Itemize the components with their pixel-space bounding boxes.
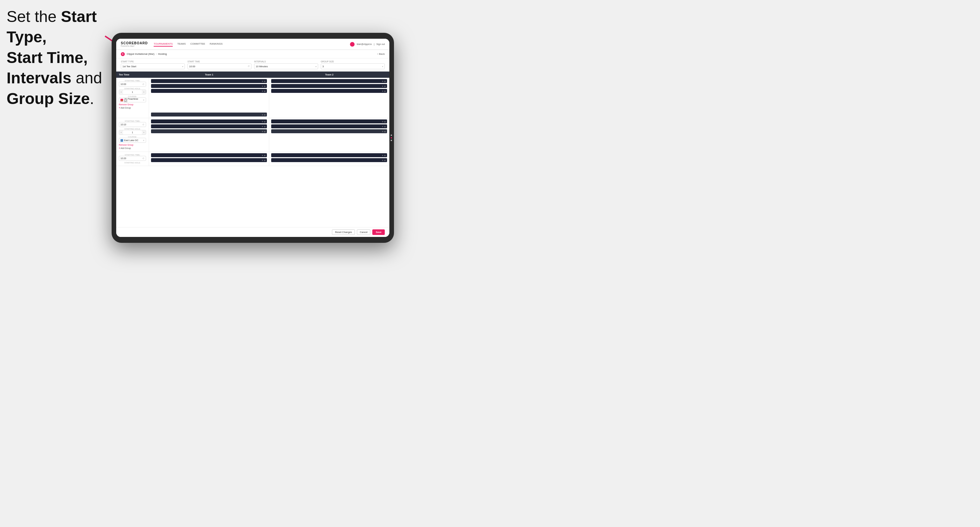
start-time-select[interactable]: 10:00 ⏱ bbox=[188, 63, 251, 69]
team1-cell-1: ✕ ⊕ ✕ ⊕ ✕ ⊕ bbox=[149, 78, 269, 111]
group-size-label: Group Size bbox=[321, 60, 385, 63]
nav-rankings[interactable]: RANKINGS bbox=[210, 42, 223, 47]
reset-changes-button[interactable]: Reset Changes bbox=[332, 229, 355, 235]
group-row-2: STARTING TIME: 10:10 ⏱ STARTING HOLE: ‹ … bbox=[116, 118, 389, 152]
tee-time-extra-1 bbox=[116, 111, 149, 118]
player-remove-1-3[interactable]: ✕ ⊕ bbox=[262, 90, 266, 92]
table-header: Tee Time Team 1 Team 2 bbox=[116, 71, 389, 78]
starting-hole-stepper-1[interactable]: ‹ 1 › bbox=[119, 90, 146, 95]
chevron-down-icon-2: ▾ bbox=[315, 65, 317, 68]
brand-icon: C bbox=[121, 52, 125, 56]
sign-out-link[interactable]: Sign out bbox=[376, 43, 385, 45]
save-button[interactable]: Save bbox=[372, 229, 385, 235]
player-row-5-2: ✕ ⊕ bbox=[151, 158, 267, 162]
start-type-value: 1st Tee Start bbox=[123, 65, 136, 68]
side-dot-1 bbox=[391, 135, 392, 136]
cancel-button[interactable]: Cancel bbox=[357, 229, 370, 235]
schedule-table: Tee Time Team 1 Team 2 STARTING TIME: 10… bbox=[116, 71, 389, 227]
clock-icon-1: ⏱ bbox=[143, 83, 145, 85]
player-remove-3-1[interactable]: ✕ ⊕ bbox=[262, 121, 266, 123]
stepper-up-1[interactable]: › bbox=[142, 90, 146, 94]
starting-time-input-1[interactable]: 10:00 ⏱ bbox=[119, 82, 146, 87]
chevron-down-icon-3: ▾ bbox=[382, 65, 383, 68]
group-row-3: STARTING TIME: 10:20 ⏱ STARTING HOLE: ✕ … bbox=[116, 152, 389, 166]
breadcrumb-tournament[interactable]: Clippd Invitational (Mar) bbox=[127, 52, 154, 56]
player-remove-1-2[interactable]: ✕ ⊕ bbox=[262, 85, 266, 87]
group-extra-row-1: ✕ ⊕ bbox=[116, 111, 389, 118]
team1-cell-3: ✕ ⊕ ✕ ⊕ bbox=[149, 152, 269, 166]
add-group-1[interactable]: + Add Group bbox=[119, 106, 146, 109]
group-row-1: STARTING TIME: 10:00 ⏱ STARTING HOLE: ‹ … bbox=[116, 78, 389, 111]
group-size-select[interactable]: 3 ▾ bbox=[321, 63, 385, 69]
tee-time-col-3: STARTING TIME: 10:20 ⏱ STARTING HOLE: bbox=[116, 152, 149, 166]
back-button[interactable]: ‹ Back bbox=[377, 52, 385, 56]
time-group-2: STARTING TIME: 10:10 ⏱ STARTING HOLE: ‹ … bbox=[116, 118, 389, 152]
player-remove-4-2[interactable]: ✕ ⊕ bbox=[382, 125, 386, 128]
course-tag-2[interactable]: 🏌 East Lake GC ✕ bbox=[119, 138, 146, 143]
player-remove-2-2[interactable]: ✕ ⊕ bbox=[382, 85, 386, 87]
starting-time-input-2[interactable]: 10:10 ⏱ bbox=[119, 122, 146, 127]
table-footer: Reset Changes Cancel Save bbox=[116, 227, 389, 237]
instruction-bold2: Start Time, bbox=[6, 49, 88, 66]
remove-group-2[interactable]: Remove Group bbox=[119, 143, 146, 146]
time-group-1: STARTING TIME: 10:00 ⏱ STARTING HOLE: ‹ … bbox=[116, 78, 389, 118]
start-type-group: Start Type 1st Tee Start ▾ bbox=[121, 60, 185, 69]
player-row-1-2: ✕ ⊕ bbox=[151, 84, 267, 88]
nav-committee[interactable]: COMMITTEE bbox=[191, 42, 205, 47]
starting-time-input-3[interactable]: 10:20 ⏱ bbox=[119, 156, 146, 161]
intervals-label: Intervals bbox=[254, 60, 318, 63]
player-remove-6-2[interactable]: ✕ ⊕ bbox=[382, 159, 386, 162]
controls-row: Start Type 1st Tee Start ▾ Start Time 10… bbox=[116, 59, 389, 71]
intervals-select[interactable]: 10 Minutes ▾ bbox=[254, 63, 318, 69]
player-remove-4-3[interactable]: ✕ ⊕ bbox=[382, 130, 386, 133]
stepper-down-1[interactable]: ‹ bbox=[119, 90, 123, 94]
player-extra-1: ✕ ⊕ bbox=[151, 113, 267, 116]
group-size-group: Group Size 3 ▾ bbox=[321, 60, 385, 69]
player-row-6-1: ✕ ⊕ bbox=[271, 153, 387, 157]
player-remove-6-1[interactable]: ✕ ⊕ bbox=[382, 154, 386, 157]
player-remove-2-3[interactable]: ✕ ⊕ bbox=[382, 90, 386, 92]
instruction-line1: Set the bbox=[6, 8, 61, 25]
start-time-value: 10:00 bbox=[189, 65, 195, 68]
user-email: blair@clippd.io bbox=[356, 43, 372, 45]
player-remove-3-3[interactable]: ✕ ⊕ bbox=[262, 130, 266, 133]
starting-hole-stepper-2[interactable]: ‹ 1 › bbox=[119, 130, 146, 135]
logo-sub: Powered by clippd bbox=[121, 45, 148, 47]
player-remove-1-1[interactable]: ✕ ⊕ bbox=[262, 80, 266, 83]
team1-cell-2: ✕ ⊕ ✕ ⊕ ✕ ⊕ bbox=[149, 118, 269, 152]
clock-icon-3: ⏱ bbox=[143, 157, 145, 159]
player-remove-3-2[interactable]: ✕ ⊕ bbox=[262, 125, 266, 128]
nav-tournaments[interactable]: TOURNAMENTS bbox=[154, 42, 173, 47]
stepper-up-2[interactable]: › bbox=[142, 130, 146, 135]
stepper-down-2[interactable]: ‹ bbox=[119, 130, 123, 135]
instruction-bold4: Group Size bbox=[6, 90, 90, 107]
remove-course-1[interactable]: ✕ bbox=[143, 99, 145, 101]
course-tag-1[interactable]: ⛳ (A) Peachtree GC ✕ bbox=[119, 97, 146, 102]
player-remove-5-1[interactable]: ✕ ⊕ bbox=[262, 154, 266, 157]
start-time-group: Start Time 10:00 ⏱ bbox=[188, 60, 251, 69]
team1-extra-1: ✕ ⊕ bbox=[149, 111, 269, 118]
breadcrumb-section: Hosting bbox=[158, 52, 167, 56]
nav-teams[interactable]: TEAMS bbox=[177, 42, 186, 47]
player-remove-5-2[interactable]: ✕ ⊕ bbox=[262, 159, 266, 162]
tee-time-col-2: STARTING TIME: 10:10 ⏱ STARTING HOLE: ‹ … bbox=[116, 118, 149, 152]
side-dot-2 bbox=[391, 137, 392, 138]
intervals-value: 10 Minutes bbox=[256, 65, 268, 68]
instruction-block: Set the Start Type, Start Time, Interval… bbox=[6, 6, 118, 109]
instruction-bold3: Intervals bbox=[6, 69, 71, 87]
player-row-4-1: ✕ ⊕ bbox=[271, 119, 387, 123]
player-remove-4-1[interactable]: ✕ ⊕ bbox=[382, 121, 386, 123]
player-remove-2-1[interactable]: ✕ ⊕ bbox=[382, 80, 386, 83]
instruction-period: . bbox=[90, 90, 94, 107]
start-type-select[interactable]: 1st Tee Start ▾ bbox=[121, 63, 185, 69]
add-group-2[interactable]: + Add Group bbox=[119, 147, 146, 150]
logo-text: SCOREBOARD bbox=[121, 41, 148, 45]
th-team1: Team 1 bbox=[149, 71, 269, 78]
player-row-5-1: ✕ ⊕ bbox=[151, 153, 267, 157]
th-tee-time: Tee Time bbox=[116, 71, 149, 78]
player-row-2-3: ✕ ⊕ bbox=[271, 89, 387, 93]
player-row-6-2: ✕ ⊕ bbox=[271, 158, 387, 162]
nav-links: TOURNAMENTS TEAMS COMMITTEE RANKINGS bbox=[154, 42, 350, 47]
remove-course-2[interactable]: ✕ bbox=[143, 139, 145, 141]
remove-group-1[interactable]: Remove Group bbox=[119, 103, 146, 106]
